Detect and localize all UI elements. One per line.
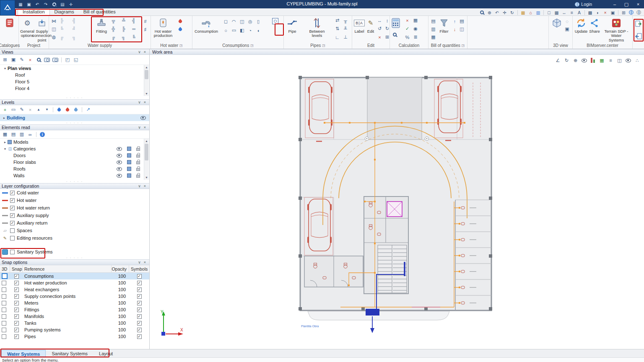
visibility-icon[interactable] [117,174,122,178]
visibility-icon[interactable] [117,160,122,164]
symbols-checkbox[interactable] [137,321,142,326]
water-tool-icon[interactable]: ╠ [58,17,65,24]
snap-row-pumping-systems[interactable]: Pumping systems 100 [0,326,149,333]
visibility-icon[interactable] [117,154,122,158]
add-level-icon[interactable]: + [1,106,9,113]
visibility-options-icon[interactable] [581,57,588,64]
redraw-icon[interactable]: ↻ [509,9,516,16]
export-view-icon[interactable] [635,20,642,28]
group-icon[interactable]: ▥ [18,131,26,138]
layer-row-hot-water-return[interactable]: Hot water return [0,204,149,212]
levels-panel-header[interactable]: Levels ∨ × [0,99,149,105]
save-icon[interactable]: ▣ [25,1,33,8]
washing-machine-icon[interactable] [272,18,279,25]
sink-icon[interactable]: ◫ [239,18,246,25]
3d-checkbox[interactable] [2,287,6,292]
zoom-previous-icon[interactable]: ↶ [493,9,501,16]
grid-icon[interactable]: ▦ [553,9,560,16]
layer-checkbox[interactable] [10,191,15,195]
snap-row-meters[interactable]: Meters 100 [0,300,149,306]
hot-drop-icon[interactable] [177,18,184,25]
solid-view-icon[interactable] [127,160,131,164]
analysis-columns-icon[interactable] [589,57,597,64]
tap-icon[interactable]: ◔ [247,27,254,34]
pipe-horizontal-icon[interactable]: ⇄ [334,17,341,24]
label-button[interactable]: B|A Label [353,17,365,43]
solid-mode-icon[interactable]: ◫ [616,57,623,64]
redo-icon[interactable]: ↷ [42,1,49,8]
tab-bill-of-quantities[interactable]: Bill of quantities [79,8,120,16]
zoom-extents-icon[interactable] [35,57,42,63]
urinal-icon[interactable]: ◎ [247,18,254,25]
pan-icon[interactable]: ✛ [67,1,75,8]
snap-options-panel-header[interactable]: Snap options ∨ × [0,259,149,265]
tree-item-categories[interactable]: ▾ ◫ Categories [0,145,149,152]
screenshot-icon[interactable] [43,57,51,63]
between-levels-button[interactable]: Between levels [307,17,327,43]
tab-diagrams[interactable]: Diagrams [50,8,79,16]
layer-checkbox[interactable] [10,198,15,203]
pan-view-icon[interactable]: ✛ [501,9,508,16]
close-button[interactable]: × [632,0,644,8]
layers-panel-icon[interactable]: ≡ [607,57,614,64]
visibility-icon[interactable] [140,116,146,120]
zoom-icon[interactable] [50,1,58,8]
cancel-calc-icon[interactable]: × [404,17,411,24]
scroll-up-icon[interactable]: ▲ [144,139,149,143]
login-button[interactable]: Login [575,2,592,7]
lock-icon[interactable] [136,175,140,178]
symbols-checkbox[interactable] [137,328,142,332]
render-icon[interactable]: ◌ [564,18,571,25]
workspace-icon[interactable]: ⊞ [620,9,627,16]
pipe-tee-icon[interactable]: ╥ [342,17,349,24]
3d-view-button[interactable] [550,17,564,43]
insert-level-icon[interactable]: ▭ [10,106,17,113]
collapse-panel-icon[interactable]: ∨ [137,100,142,104]
snap-checkbox[interactable] [14,334,19,339]
pipe-join-icon[interactable]: ⊥ [342,34,349,41]
boq-table-icon[interactable]: ▥ [430,26,437,33]
duplicate-view-icon[interactable]: ▣ [10,57,17,63]
online-help-icon[interactable] [628,9,635,16]
chevron-right-icon[interactable]: ▸ [2,116,7,120]
import-down-icon[interactable]: ↓ [451,26,458,33]
plan-view-icon[interactable]: ◱ [72,57,80,63]
water-tool-icon[interactable]: ╝ [71,25,78,32]
iso-icon[interactable]: ▣ [564,26,571,33]
close-panel-icon[interactable]: × [142,260,148,264]
solid-view-icon[interactable] [127,147,131,151]
share-button[interactable]: Share [588,17,601,43]
symbols-checkbox[interactable] [137,287,142,292]
layer-row-auxiliary-return[interactable]: Auxiliary return [0,219,149,227]
visibility-icon[interactable] [117,147,122,151]
snap-checkbox[interactable] [14,321,19,326]
panel-splitter[interactable] [0,180,149,183]
column-opacity[interactable]: Opacity [112,265,129,272]
layer-row-editing-resources[interactable]: ✎ Editing resources [0,234,149,242]
filter-button[interactable]: Filter [437,17,451,43]
close-panel-icon[interactable]: × [142,184,148,188]
tank-icon[interactable]: ◫ [50,26,57,33]
manifold-icon[interactable]: # [142,18,149,25]
tab-water-systems[interactable]: Water Systems [1,350,46,357]
symbols-checkbox[interactable] [137,314,142,319]
column-reference[interactable]: Reference [23,265,112,272]
delete-icon[interactable]: × [376,34,383,41]
fitting-tee2-icon[interactable]: ╩ [120,17,127,24]
rotate-left-icon[interactable]: ↺ [376,25,383,32]
boq-export-icon[interactable]: ◫ [458,26,465,33]
layer-row-hot-water[interactable]: Hot water [0,197,149,204]
undo-icon[interactable]: ↶ [34,1,41,8]
tree-item-roof[interactable]: Roof [0,72,149,78]
column-symbols[interactable]: Symbols [129,265,149,272]
fitting-branch-icon[interactable]: ╠ [120,25,127,32]
3d-checkbox[interactable] [2,301,6,305]
link-icon[interactable]: ∞ [26,131,34,138]
bidet-icon[interactable]: ◧ [239,27,246,34]
text-style-icon[interactable]: A [576,9,583,16]
column-snap[interactable]: Snap [10,265,23,272]
element-visibility-icon[interactable] [625,57,632,64]
layer-config-panel-header[interactable]: Layer configuration ∨ × [0,183,149,189]
water-tool-icon[interactable]: ╣ [71,17,78,24]
offline-icon[interactable] [635,9,642,16]
